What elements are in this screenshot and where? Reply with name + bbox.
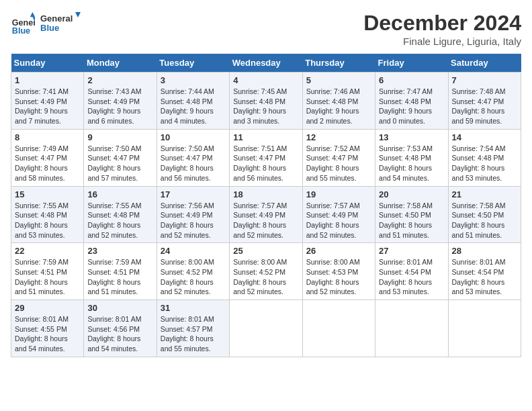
calendar-cell-w1-d3: 11Sunrise: 7:51 AM Sunset: 4:47 PM Dayli… (230, 129, 302, 186)
day-number: 14 (452, 132, 517, 142)
calendar-week-0: 1Sunrise: 7:41 AM Sunset: 4:49 PM Daylig… (11, 73, 521, 130)
day-info: Sunrise: 7:57 AM Sunset: 4:49 PM Dayligh… (233, 201, 298, 240)
day-info: Sunrise: 8:01 AM Sunset: 4:54 PM Dayligh… (452, 257, 517, 297)
calendar-cell-w4-d5 (375, 300, 448, 357)
calendar-cell-w3-d3: 25Sunrise: 8:00 AM Sunset: 4:52 PM Dayli… (230, 243, 302, 300)
calendar-cell-w2-d1: 16Sunrise: 7:55 AM Sunset: 4:48 PM Dayli… (84, 186, 157, 243)
calendar-cell-w3-d1: 23Sunrise: 7:59 AM Sunset: 4:51 PM Dayli… (84, 243, 157, 300)
day-info: Sunrise: 7:52 AM Sunset: 4:47 PM Dayligh… (306, 144, 371, 183)
day-info: Sunrise: 7:59 AM Sunset: 4:51 PM Dayligh… (15, 257, 80, 297)
calendar-cell-w0-d1: 2Sunrise: 7:43 AM Sunset: 4:49 PM Daylig… (84, 73, 157, 130)
calendar-cell-w2-d6: 21Sunrise: 7:58 AM Sunset: 4:50 PM Dayli… (448, 186, 521, 243)
day-info: Sunrise: 7:50 AM Sunset: 4:47 PM Dayligh… (161, 144, 226, 183)
calendar-table: Sunday Monday Tuesday Wednesday Thursday… (11, 54, 521, 357)
day-info: Sunrise: 7:45 AM Sunset: 4:48 PM Dayligh… (233, 87, 298, 126)
calendar-cell-w4-d6 (448, 300, 521, 357)
calendar-cell-w2-d2: 17Sunrise: 7:56 AM Sunset: 4:49 PM Dayli… (157, 186, 229, 243)
header-thursday: Thursday (302, 54, 375, 73)
header-saturday: Saturday (448, 54, 521, 73)
calendar-cell-w1-d1: 9Sunrise: 7:50 AM Sunset: 4:47 PM Daylig… (84, 129, 157, 186)
header-monday: Monday (84, 54, 157, 73)
day-info: Sunrise: 7:59 AM Sunset: 4:51 PM Dayligh… (87, 257, 152, 297)
day-number: 17 (161, 189, 226, 199)
day-info: Sunrise: 8:01 AM Sunset: 4:56 PM Dayligh… (87, 314, 152, 354)
day-info: Sunrise: 7:48 AM Sunset: 4:47 PM Dayligh… (452, 87, 517, 126)
day-number: 23 (87, 246, 152, 256)
day-info: Sunrise: 8:00 AM Sunset: 4:53 PM Dayligh… (306, 257, 371, 297)
day-number: 1 (15, 75, 80, 85)
calendar-cell-w2-d0: 15Sunrise: 7:55 AM Sunset: 4:48 PM Dayli… (11, 186, 84, 243)
calendar-cell-w3-d4: 26Sunrise: 8:00 AM Sunset: 4:53 PM Dayli… (302, 243, 375, 300)
day-info: Sunrise: 7:56 AM Sunset: 4:49 PM Dayligh… (161, 201, 226, 240)
title-block: December 2024 Finale Ligure, Liguria, It… (363, 11, 521, 47)
calendar-cell-w4-d0: 29Sunrise: 8:01 AM Sunset: 4:55 PM Dayli… (11, 300, 84, 357)
calendar-week-4: 29Sunrise: 8:01 AM Sunset: 4:55 PM Dayli… (11, 300, 521, 357)
day-info: Sunrise: 7:50 AM Sunset: 4:47 PM Dayligh… (87, 144, 152, 183)
day-number: 7 (452, 75, 517, 85)
calendar-cell-w3-d0: 22Sunrise: 7:59 AM Sunset: 4:51 PM Dayli… (11, 243, 84, 300)
day-info: Sunrise: 8:01 AM Sunset: 4:55 PM Dayligh… (15, 314, 80, 354)
day-number: 9 (87, 132, 152, 142)
logo-icon: General Blue (11, 12, 35, 36)
calendar-week-2: 15Sunrise: 7:55 AM Sunset: 4:48 PM Dayli… (11, 186, 521, 243)
calendar-cell-w4-d3 (230, 300, 302, 357)
day-info: Sunrise: 7:46 AM Sunset: 4:48 PM Dayligh… (306, 87, 371, 126)
calendar-cell-w1-d4: 12Sunrise: 7:52 AM Sunset: 4:47 PM Dayli… (302, 129, 375, 186)
day-number: 26 (306, 246, 371, 256)
calendar-cell-w1-d6: 14Sunrise: 7:54 AM Sunset: 4:48 PM Dayli… (448, 129, 521, 186)
day-number: 20 (379, 189, 444, 199)
logo-svg: General Blue (40, 11, 81, 35)
day-number: 2 (87, 75, 152, 85)
day-info: Sunrise: 7:58 AM Sunset: 4:50 PM Dayligh… (452, 201, 517, 240)
header-tuesday: Tuesday (157, 54, 229, 73)
svg-marker-2 (30, 12, 35, 17)
day-number: 27 (379, 246, 444, 256)
day-number: 18 (233, 189, 298, 199)
day-number: 30 (87, 303, 152, 313)
day-info: Sunrise: 7:55 AM Sunset: 4:48 PM Dayligh… (87, 201, 152, 240)
day-info: Sunrise: 8:01 AM Sunset: 4:57 PM Dayligh… (161, 314, 226, 354)
logo: General Blue General Blue (11, 11, 81, 38)
day-info: Sunrise: 8:01 AM Sunset: 4:54 PM Dayligh… (379, 257, 444, 297)
day-info: Sunrise: 7:41 AM Sunset: 4:49 PM Dayligh… (15, 87, 80, 126)
day-number: 12 (306, 132, 371, 142)
day-info: Sunrise: 7:44 AM Sunset: 4:48 PM Dayligh… (161, 87, 226, 126)
calendar-week-3: 22Sunrise: 7:59 AM Sunset: 4:51 PM Dayli… (11, 243, 521, 300)
calendar-cell-w0-d6: 7Sunrise: 7:48 AM Sunset: 4:47 PM Daylig… (448, 73, 521, 130)
calendar-cell-w3-d2: 24Sunrise: 8:00 AM Sunset: 4:52 PM Dayli… (157, 243, 229, 300)
day-number: 13 (379, 132, 444, 142)
header-friday: Friday (375, 54, 448, 73)
day-info: Sunrise: 7:49 AM Sunset: 4:47 PM Dayligh… (15, 144, 80, 183)
day-number: 19 (306, 189, 371, 199)
day-number: 21 (452, 189, 517, 199)
svg-text:Blue: Blue (12, 26, 30, 36)
calendar-cell-w0-d3: 4Sunrise: 7:45 AM Sunset: 4:48 PM Daylig… (230, 73, 302, 130)
calendar-cell-w4-d2: 31Sunrise: 8:01 AM Sunset: 4:57 PM Dayli… (157, 300, 229, 357)
day-number: 5 (306, 75, 371, 85)
day-number: 31 (161, 303, 226, 313)
calendar-cell-w4-d1: 30Sunrise: 8:01 AM Sunset: 4:56 PM Dayli… (84, 300, 157, 357)
calendar-cell-w2-d5: 20Sunrise: 7:58 AM Sunset: 4:50 PM Dayli… (375, 186, 448, 243)
day-info: Sunrise: 7:57 AM Sunset: 4:49 PM Dayligh… (306, 201, 371, 240)
calendar-cell-w1-d0: 8Sunrise: 7:49 AM Sunset: 4:47 PM Daylig… (11, 129, 84, 186)
day-info: Sunrise: 7:55 AM Sunset: 4:48 PM Dayligh… (15, 201, 80, 240)
day-number: 28 (452, 246, 517, 256)
calendar-cell-w0-d4: 5Sunrise: 7:46 AM Sunset: 4:48 PM Daylig… (302, 73, 375, 130)
calendar-cell-w2-d4: 19Sunrise: 7:57 AM Sunset: 4:49 PM Dayli… (302, 186, 375, 243)
day-number: 6 (379, 75, 444, 85)
day-number: 10 (161, 132, 226, 142)
calendar-cell-w1-d5: 13Sunrise: 7:53 AM Sunset: 4:48 PM Dayli… (375, 129, 448, 186)
day-number: 3 (161, 75, 226, 85)
calendar-cell-w0-d0: 1Sunrise: 7:41 AM Sunset: 4:49 PM Daylig… (11, 73, 84, 130)
svg-text:General: General (40, 13, 73, 24)
day-number: 11 (233, 132, 298, 142)
calendar-cell-w0-d2: 3Sunrise: 7:44 AM Sunset: 4:48 PM Daylig… (157, 73, 229, 130)
day-info: Sunrise: 7:53 AM Sunset: 4:48 PM Dayligh… (379, 144, 444, 183)
calendar-cell-w3-d5: 27Sunrise: 8:01 AM Sunset: 4:54 PM Dayli… (375, 243, 448, 300)
day-number: 29 (15, 303, 80, 313)
day-info: Sunrise: 7:54 AM Sunset: 4:48 PM Dayligh… (452, 144, 517, 183)
day-number: 15 (15, 189, 80, 199)
day-number: 25 (233, 246, 298, 256)
day-info: Sunrise: 7:51 AM Sunset: 4:47 PM Dayligh… (233, 144, 298, 183)
calendar-cell-w1-d2: 10Sunrise: 7:50 AM Sunset: 4:47 PM Dayli… (157, 129, 229, 186)
